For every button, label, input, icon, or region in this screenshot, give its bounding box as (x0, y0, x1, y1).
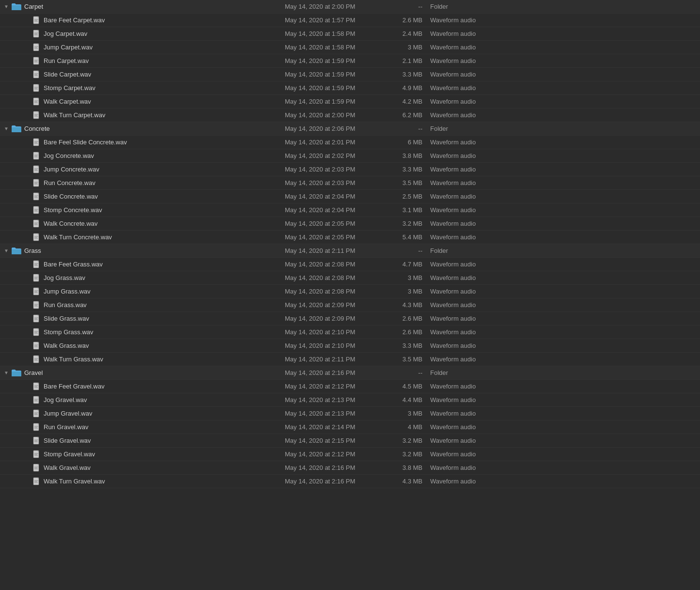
file-name-col: Jog Concrete.wav (4, 152, 285, 160)
file-row[interactable]: Run Carpet.wav May 14, 2020 at 1:59 PM 2… (0, 54, 700, 68)
folder-icon (12, 369, 21, 377)
file-row[interactable]: Walk Turn Gravel.wav May 14, 2020 at 2:1… (0, 475, 700, 488)
file-size: 3.3 MB (391, 166, 430, 173)
file-row[interactable]: Stomp Gravel.wav May 14, 2020 at 2:12 PM… (0, 448, 700, 461)
file-size: 3 MB (391, 288, 430, 295)
file-name-label: Slide Gravel.wav (44, 437, 91, 444)
file-row[interactable]: Walk Carpet.wav May 14, 2020 at 1:59 PM … (0, 95, 700, 109)
file-row[interactable]: Jump Gravel.wav May 14, 2020 at 2:13 PM … (0, 407, 700, 420)
folder-size: -- (391, 247, 430, 254)
folder-row-grass[interactable]: ▼ Grass May 14, 2020 at 2:11 PM -- Folde… (0, 244, 700, 258)
file-row[interactable]: Slide Concrete.wav May 14, 2020 at 2:04 … (0, 190, 700, 203)
file-name-label: Stomp Concrete.wav (44, 206, 102, 214)
file-row[interactable]: Jog Grass.wav May 14, 2020 at 2:08 PM 3 … (0, 271, 700, 285)
folder-kind: Folder (430, 3, 696, 10)
file-date: May 14, 2020 at 1:58 PM (285, 44, 391, 51)
file-name-label: Stomp Grass.wav (44, 328, 93, 336)
file-name-label: Jog Carpet.wav (44, 30, 87, 37)
file-date: May 14, 2020 at 2:13 PM (285, 396, 391, 404)
file-date: May 14, 2020 at 2:04 PM (285, 193, 391, 200)
collapse-triangle[interactable]: ▼ (4, 126, 10, 131)
file-name-col: Jog Carpet.wav (4, 30, 285, 38)
file-name-col: Jump Grass.wav (4, 287, 285, 296)
folder-row-concrete[interactable]: ▼ Concrete May 14, 2020 at 2:06 PM -- Fo… (0, 122, 700, 136)
file-date: May 14, 2020 at 1:57 PM (285, 16, 391, 24)
file-name-label: Jog Grass.wav (44, 274, 85, 281)
file-row[interactable]: Stomp Concrete.wav May 14, 2020 at 2:04 … (0, 203, 700, 217)
file-row[interactable]: Walk Turn Concrete.wav May 14, 2020 at 2… (0, 231, 700, 244)
file-name-col: Bare Feet Gravel.wav (4, 382, 285, 391)
file-date: May 14, 2020 at 2:12 PM (285, 383, 391, 390)
file-kind: Waveform audio (430, 328, 696, 336)
file-row[interactable]: Bare Feet Grass.wav May 14, 2020 at 2:08… (0, 258, 700, 271)
file-row[interactable]: Bare Feet Gravel.wav May 14, 2020 at 2:1… (0, 380, 700, 393)
file-date: May 14, 2020 at 2:09 PM (285, 315, 391, 322)
file-row[interactable]: Walk Turn Carpet.wav May 14, 2020 at 2:0… (0, 109, 700, 122)
file-row[interactable]: Slide Gravel.wav May 14, 2020 at 2:15 PM… (0, 434, 700, 448)
file-row[interactable]: Jog Gravel.wav May 14, 2020 at 2:13 PM 4… (0, 393, 700, 407)
file-row[interactable]: Run Grass.wav May 14, 2020 at 2:09 PM 4.… (0, 298, 700, 312)
file-name-label: Walk Turn Concrete.wav (44, 233, 112, 241)
file-row[interactable]: Bare Feet Carpet.wav May 14, 2020 at 1:5… (0, 14, 700, 27)
file-name-label: Run Gravel.wav (44, 423, 88, 431)
file-kind: Waveform audio (430, 410, 696, 417)
wav-file-icon (33, 355, 41, 364)
wav-file-icon (33, 43, 41, 52)
folder-row-carpet[interactable]: ▼ Carpet May 14, 2020 at 2:00 PM -- Fold… (0, 0, 700, 14)
file-date: May 14, 2020 at 2:02 PM (285, 152, 391, 159)
file-row[interactable]: Jog Concrete.wav May 14, 2020 at 2:02 PM… (0, 149, 700, 163)
file-kind: Waveform audio (430, 71, 696, 78)
file-row[interactable]: Run Concrete.wav May 14, 2020 at 2:03 PM… (0, 176, 700, 190)
folder-kind: Folder (430, 369, 696, 376)
file-row[interactable]: Walk Concrete.wav May 14, 2020 at 2:05 P… (0, 217, 700, 231)
file-row[interactable]: Jump Grass.wav May 14, 2020 at 2:08 PM 3… (0, 285, 700, 298)
file-row[interactable]: Walk Gravel.wav May 14, 2020 at 2:16 PM … (0, 461, 700, 475)
file-date: May 14, 2020 at 2:08 PM (285, 274, 391, 281)
file-date: May 14, 2020 at 2:12 PM (285, 450, 391, 458)
folder-row-gravel[interactable]: ▼ Gravel May 14, 2020 at 2:16 PM -- Fold… (0, 366, 700, 380)
file-row[interactable]: Walk Turn Grass.wav May 14, 2020 at 2:11… (0, 353, 700, 366)
file-row[interactable]: Run Gravel.wav May 14, 2020 at 2:14 PM 4… (0, 420, 700, 434)
file-size: 4.3 MB (391, 478, 430, 485)
file-row[interactable]: Stomp Carpet.wav May 14, 2020 at 1:59 PM… (0, 81, 700, 95)
folder-name-label: Gravel (24, 369, 43, 376)
collapse-triangle[interactable]: ▼ (4, 4, 10, 9)
wav-file-icon (33, 152, 41, 160)
file-row[interactable]: Jump Concrete.wav May 14, 2020 at 2:03 P… (0, 163, 700, 176)
file-list: ▼ Carpet May 14, 2020 at 2:00 PM -- Fold… (0, 0, 700, 488)
file-size: 6 MB (391, 139, 430, 146)
file-row[interactable]: Walk Grass.wav May 14, 2020 at 2:10 PM 3… (0, 339, 700, 353)
file-row[interactable]: Stomp Grass.wav May 14, 2020 at 2:10 PM … (0, 326, 700, 339)
file-row[interactable]: Slide Grass.wav May 14, 2020 at 2:09 PM … (0, 312, 700, 326)
file-name-label: Bare Feel Slide Concrete.wav (44, 139, 127, 146)
file-date: May 14, 2020 at 2:05 PM (285, 220, 391, 227)
file-row[interactable]: Jog Carpet.wav May 14, 2020 at 1:58 PM 2… (0, 27, 700, 41)
file-date: May 14, 2020 at 2:15 PM (285, 437, 391, 444)
file-row[interactable]: Slide Carpet.wav May 14, 2020 at 1:59 PM… (0, 68, 700, 81)
file-name-label: Stomp Carpet.wav (44, 84, 95, 92)
file-row[interactable]: Jump Carpet.wav May 14, 2020 at 1:58 PM … (0, 41, 700, 54)
file-name-label: Bare Feet Gravel.wav (44, 383, 105, 390)
file-kind: Waveform audio (430, 301, 696, 309)
file-size: 4.3 MB (391, 301, 430, 309)
file-row[interactable]: Bare Feel Slide Concrete.wav May 14, 202… (0, 136, 700, 149)
wav-file-icon (33, 464, 41, 472)
collapse-triangle[interactable]: ▼ (4, 248, 10, 253)
wav-file-icon (33, 57, 41, 65)
collapse-triangle[interactable]: ▼ (4, 370, 10, 375)
file-kind: Waveform audio (430, 261, 696, 268)
file-name-col: Run Gravel.wav (4, 423, 285, 432)
file-name-col: Run Carpet.wav (4, 57, 285, 65)
file-name-col: Walk Grass.wav (4, 342, 285, 350)
file-size: 2.1 MB (391, 57, 430, 64)
file-date: May 14, 2020 at 2:10 PM (285, 342, 391, 349)
wav-file-icon (33, 111, 41, 120)
file-kind: Waveform audio (430, 464, 696, 471)
file-date: May 14, 2020 at 2:00 PM (285, 111, 391, 119)
wav-file-icon (33, 206, 41, 215)
folder-name-col: ▼ Carpet (4, 3, 285, 11)
wav-file-icon (33, 342, 41, 350)
file-kind: Waveform audio (430, 478, 696, 485)
wav-file-icon (33, 219, 41, 228)
file-size: 3.3 MB (391, 71, 430, 78)
